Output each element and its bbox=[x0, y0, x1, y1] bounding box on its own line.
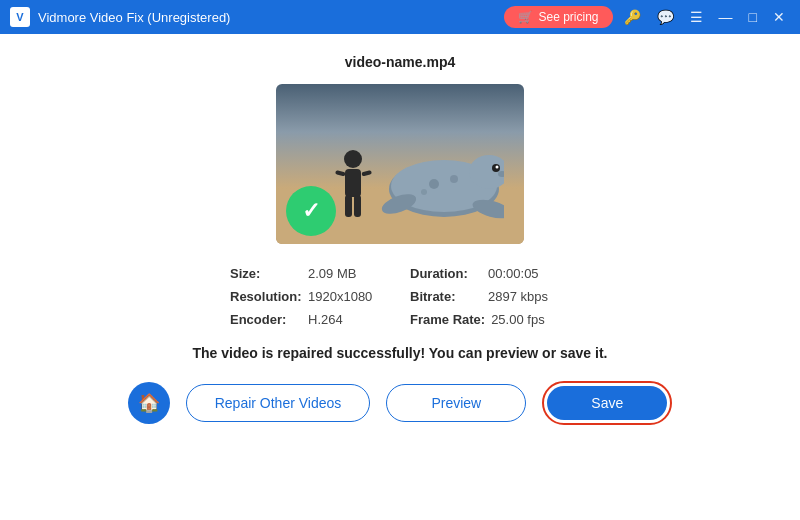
preview-button[interactable]: Preview bbox=[386, 384, 526, 422]
svg-point-9 bbox=[450, 175, 458, 183]
main-content: video-name.mp4 bbox=[0, 34, 800, 441]
app-logo: V bbox=[10, 7, 30, 27]
titlebar-right: 🛒 See pricing 🔑 💬 ☰ — □ ✕ bbox=[504, 6, 790, 28]
titlebar: V Vidmore Video Fix (Unregistered) 🛒 See… bbox=[0, 0, 800, 34]
bitrate-value: 2897 kbps bbox=[488, 289, 548, 304]
maximize-button[interactable]: □ bbox=[744, 7, 762, 27]
duration-row: Duration: 00:00:05 bbox=[410, 266, 570, 281]
video-preview: ✓ bbox=[276, 84, 524, 244]
svg-rect-15 bbox=[345, 195, 352, 217]
home-icon: 🏠 bbox=[138, 392, 160, 414]
app-title: Vidmore Video Fix (Unregistered) bbox=[38, 10, 230, 25]
svg-point-4 bbox=[496, 166, 499, 169]
bitrate-label: Bitrate: bbox=[410, 289, 482, 304]
framerate-value: 25.00 fps bbox=[491, 312, 545, 327]
action-bar: 🏠 Repair Other Videos Preview Save bbox=[128, 381, 673, 425]
duration-value: 00:00:05 bbox=[488, 266, 539, 281]
svg-point-11 bbox=[344, 150, 362, 168]
encoder-value: H.264 bbox=[308, 312, 343, 327]
success-message: The video is repaired successfully! You … bbox=[193, 345, 608, 361]
svg-rect-12 bbox=[345, 169, 361, 197]
key-icon[interactable]: 🔑 bbox=[619, 7, 646, 27]
repair-other-button[interactable]: Repair Other Videos bbox=[186, 384, 371, 422]
encoder-label: Encoder: bbox=[230, 312, 302, 327]
svg-point-8 bbox=[429, 179, 439, 189]
size-row: Size: 2.09 MB bbox=[230, 266, 390, 281]
save-button[interactable]: Save bbox=[547, 386, 667, 420]
resolution-label: Resolution: bbox=[230, 289, 302, 304]
resolution-value: 1920x1080 bbox=[308, 289, 372, 304]
framerate-row: Frame Rate: 25.00 fps bbox=[410, 312, 570, 327]
bitrate-row: Bitrate: 2897 kbps bbox=[410, 289, 570, 304]
chat-icon[interactable]: 💬 bbox=[652, 7, 679, 27]
menu-icon[interactable]: ☰ bbox=[685, 7, 708, 27]
svg-point-10 bbox=[421, 189, 427, 195]
resolution-row: Resolution: 1920x1080 bbox=[230, 289, 390, 304]
seal-svg bbox=[364, 124, 504, 224]
cart-icon: 🛒 bbox=[518, 10, 533, 24]
size-label: Size: bbox=[230, 266, 302, 281]
video-background: ✓ bbox=[276, 84, 524, 244]
duration-label: Duration: bbox=[410, 266, 482, 281]
video-filename: video-name.mp4 bbox=[345, 54, 455, 70]
svg-rect-14 bbox=[361, 170, 372, 176]
save-button-wrapper: Save bbox=[542, 381, 672, 425]
success-check-overlay: ✓ bbox=[286, 186, 336, 236]
person-svg bbox=[331, 149, 376, 224]
home-button[interactable]: 🏠 bbox=[128, 382, 170, 424]
see-pricing-label: See pricing bbox=[538, 10, 598, 24]
close-button[interactable]: ✕ bbox=[768, 7, 790, 27]
titlebar-left: V Vidmore Video Fix (Unregistered) bbox=[10, 7, 230, 27]
svg-rect-13 bbox=[335, 170, 346, 176]
size-value: 2.09 MB bbox=[308, 266, 356, 281]
svg-rect-16 bbox=[354, 195, 361, 217]
encoder-row: Encoder: H.264 bbox=[230, 312, 390, 327]
minimize-button[interactable]: — bbox=[714, 7, 738, 27]
framerate-label: Frame Rate: bbox=[410, 312, 485, 327]
see-pricing-button[interactable]: 🛒 See pricing bbox=[504, 6, 612, 28]
video-info-grid: Size: 2.09 MB Duration: 00:00:05 Resolut… bbox=[230, 266, 570, 327]
